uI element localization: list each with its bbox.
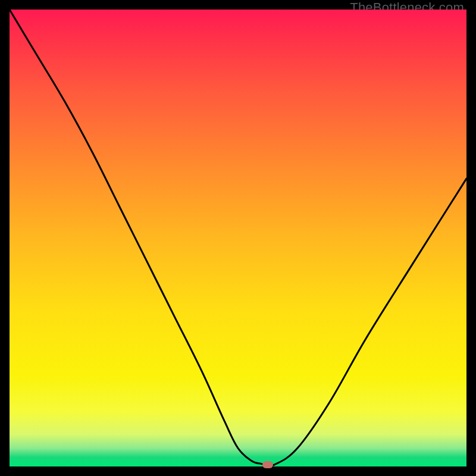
plot-area: [10, 10, 466, 466]
minimum-marker: [262, 461, 273, 468]
line-series: [10, 10, 466, 466]
chart-frame: TheBottleneck.com: [0, 0, 476, 476]
